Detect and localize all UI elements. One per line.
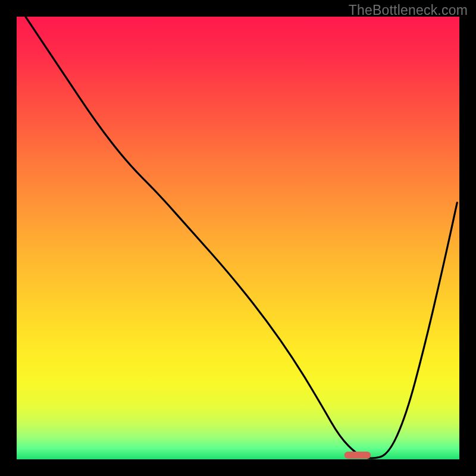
curve-layer bbox=[17, 17, 459, 459]
optimal-range-marker bbox=[345, 452, 371, 459]
bottleneck-curve-line bbox=[26, 17, 457, 458]
watermark-text: TheBottleneck.com bbox=[349, 2, 468, 18]
plot-area bbox=[17, 17, 459, 459]
chart-container: TheBottleneck.com bbox=[0, 0, 476, 476]
